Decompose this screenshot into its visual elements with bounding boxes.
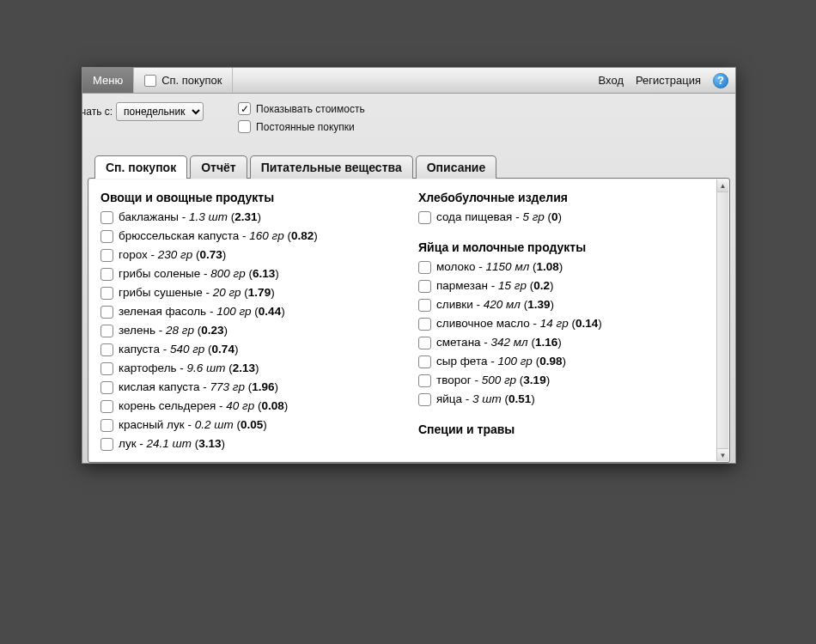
item-text: грибы соленые - 800 гр (6.13) xyxy=(119,264,279,283)
item-name: грибы сушеные - xyxy=(119,286,213,299)
tab-nutrients[interactable]: Питательные вещества xyxy=(250,155,413,179)
item-checkbox[interactable] xyxy=(418,337,431,349)
list-item: зелень - 28 гр (0.23) xyxy=(100,321,394,340)
item-qty: 230 гр xyxy=(158,248,192,261)
show-cost-row: ✓ Показывать стоимость xyxy=(238,102,365,115)
item-qty: 540 гр xyxy=(170,343,204,355)
item-qty: 24.1 шт xyxy=(147,437,192,450)
register-link[interactable]: Регистрация xyxy=(636,74,701,87)
list-item: сыр фета - 100 гр (0.98) xyxy=(418,352,712,371)
item-price: 0.14 xyxy=(575,317,598,330)
list-item: пармезан - 15 гр (0.2) xyxy=(418,276,712,295)
item-qty: 9.6 шт xyxy=(187,361,226,374)
item-checkbox[interactable] xyxy=(100,306,113,319)
item-qty: 15 гр xyxy=(498,279,527,292)
panel-inner: Овощи и овощные продуктыбаклажаны - 1.3 … xyxy=(88,179,717,462)
item-text: брюссельская капуста - 160 гр (0.82) xyxy=(119,227,318,246)
show-cost-label: Показывать стоимость xyxy=(256,103,365,115)
item-name: молоко - xyxy=(436,260,486,273)
item-checkbox[interactable] xyxy=(100,325,113,337)
item-checkbox[interactable] xyxy=(100,287,113,300)
item-price: 1.39 xyxy=(527,298,550,311)
item-checkbox[interactable] xyxy=(418,280,431,293)
help-icon[interactable]: ? xyxy=(713,73,728,88)
item-checkbox[interactable] xyxy=(100,230,113,243)
item-checkbox[interactable] xyxy=(418,318,431,331)
item-text: сметана - 342 мл (1.16) xyxy=(436,333,562,352)
item-text: сода пищевая - 5 гр (0) xyxy=(436,208,562,227)
item-price: 0.74 xyxy=(212,343,234,355)
item-qty: 28 гр xyxy=(166,324,194,337)
item-checkbox[interactable] xyxy=(100,438,113,451)
item-checkbox[interactable] xyxy=(418,393,431,406)
options-row: чать с: понедельник ✓ Показывать стоимос… xyxy=(82,94,735,137)
item-checkbox[interactable] xyxy=(418,374,431,387)
item-text: корень сельдерея - 40 гр (0.08) xyxy=(119,397,288,416)
item-text: кислая капуста - 773 гр (1.96) xyxy=(119,378,278,397)
topbar: Меню Сп. покупок Вход Регистрация ? xyxy=(82,68,735,94)
item-name: творог - xyxy=(436,374,482,386)
scrollbar[interactable]: ▲ ▼ xyxy=(716,179,728,461)
item-price: 1.96 xyxy=(252,380,274,393)
item-checkbox[interactable] xyxy=(418,299,431,312)
list-item: грибы сушеные - 20 гр (1.79) xyxy=(100,283,394,302)
scroll-up-icon[interactable]: ▲ xyxy=(717,179,728,192)
item-name: горох - xyxy=(119,248,158,261)
tab-shoplist[interactable]: Сп. покупок xyxy=(94,155,187,179)
item-qty: 14 гр xyxy=(540,317,569,330)
item-checkbox[interactable] xyxy=(100,211,113,224)
list-item: корень сельдерея - 40 гр (0.08) xyxy=(100,397,394,416)
item-text: капуста - 540 гр (0.74) xyxy=(119,340,238,359)
item-qty: 500 гр xyxy=(482,374,516,386)
list-item: горох - 230 гр (0.73) xyxy=(100,246,394,264)
item-price: 1.08 xyxy=(537,260,559,273)
list-item: яйца - 3 шт (0.51) xyxy=(418,390,712,409)
panel-wrap: Овощи и овощные продуктыбаклажаны - 1.3 … xyxy=(88,178,730,463)
tab-report[interactable]: Отчёт xyxy=(190,155,247,179)
item-text: сыр фета - 100 гр (0.98) xyxy=(436,352,566,371)
list-item: картофель - 9.6 шт (2.13) xyxy=(100,359,394,378)
item-name: грибы соленые - xyxy=(119,267,210,280)
list-item: сметана - 342 мл (1.16) xyxy=(418,333,712,352)
item-name: баклажаны - xyxy=(119,210,189,223)
item-name: яйца - xyxy=(436,392,472,405)
login-link[interactable]: Вход xyxy=(599,74,624,87)
item-name: сливочное масло - xyxy=(436,317,540,330)
show-cost-checkbox[interactable]: ✓ xyxy=(238,102,251,115)
item-checkbox[interactable] xyxy=(100,419,113,432)
item-text: зелень - 28 гр (0.23) xyxy=(119,321,228,340)
topbar-tab-shoplist[interactable]: Сп. покупок xyxy=(134,68,233,93)
permanent-row: Постоянные покупки xyxy=(238,120,365,133)
item-checkbox[interactable] xyxy=(100,249,113,262)
item-price: 0.44 xyxy=(259,305,281,318)
item-checkbox[interactable] xyxy=(100,268,113,281)
topbar-filler xyxy=(233,68,598,93)
options-checkboxes: ✓ Показывать стоимость Постоянные покупк… xyxy=(238,102,365,133)
category-title: Яйца и молочные продукты xyxy=(418,240,712,254)
item-checkbox[interactable] xyxy=(100,362,113,375)
item-text: грибы сушеные - 20 гр (1.79) xyxy=(119,283,275,302)
column-right: Хлебобулочные изделиясода пищевая - 5 гр… xyxy=(418,187,712,453)
list-item: капуста - 540 гр (0.74) xyxy=(100,340,394,359)
item-qty: 100 гр xyxy=(497,355,532,368)
item-checkbox[interactable] xyxy=(100,343,113,356)
list-item: баклажаны - 1.3 шт (2.31) xyxy=(100,208,394,227)
item-name: кислая капуста - xyxy=(119,380,210,393)
item-name: корень сельдерея - xyxy=(119,399,226,412)
item-checkbox[interactable] xyxy=(100,381,113,394)
item-price: 1.16 xyxy=(535,336,557,349)
topbar-tab-menu[interactable]: Меню xyxy=(82,68,134,93)
item-checkbox[interactable] xyxy=(418,211,431,224)
permanent-checkbox[interactable] xyxy=(238,120,251,133)
item-checkbox[interactable] xyxy=(418,261,431,274)
category-title: Овощи и овощные продукты xyxy=(100,191,394,204)
item-qty: 5 гр xyxy=(522,210,544,223)
start-day-select[interactable]: понедельник xyxy=(116,102,204,121)
tab-description[interactable]: Описание xyxy=(416,155,497,179)
item-text: картофель - 9.6 шт (2.13) xyxy=(119,359,259,378)
item-checkbox[interactable] xyxy=(418,355,431,368)
scroll-down-icon[interactable]: ▼ xyxy=(717,448,728,461)
item-qty: 800 гр xyxy=(210,267,245,280)
list-item: красный лук - 0.2 шт (0.05) xyxy=(100,416,394,434)
item-checkbox[interactable] xyxy=(100,400,113,413)
